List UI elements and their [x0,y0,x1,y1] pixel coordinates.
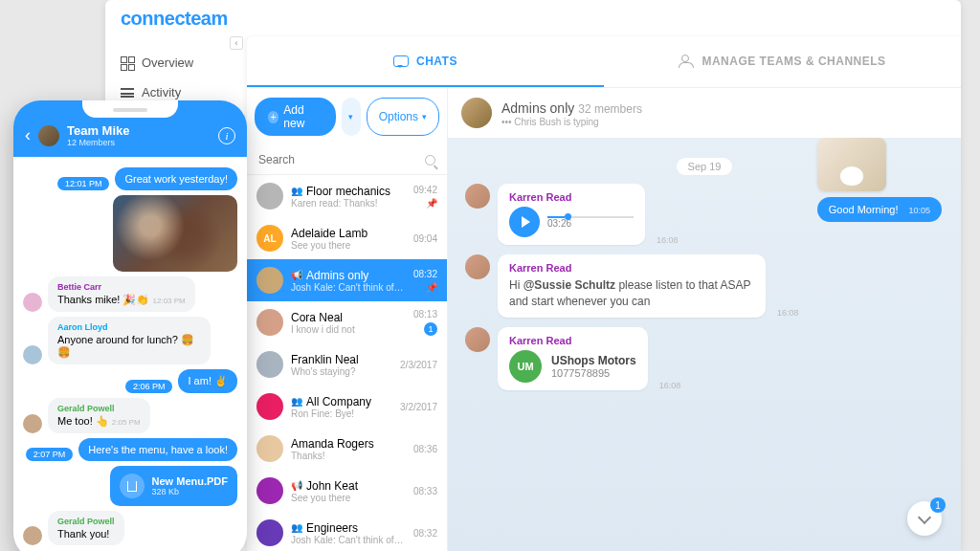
download-icon [120,474,145,498]
content: +Add new ▾ Options▾ 👥Floor mechanicsKare… [247,88,961,551]
message-row: Karren Read UM UShops Motors 1077578895 … [465,327,944,390]
add-new-button[interactable]: +Add new [255,98,336,136]
chat-item-preview: I know i did not [291,324,406,335]
play-button[interactable] [509,207,540,237]
text-message-bubble: Karren Read Hi @Sussie Schultz please li… [498,254,766,318]
chat-members: 32 members [578,102,642,116]
mobile-avatar [23,526,42,545]
image-thumbnail[interactable] [817,138,886,191]
message-time: 16:08 [777,308,799,318]
chat-list-item[interactable]: 👥Floor mechanicsKaren read: Thanks!09:42… [247,175,447,217]
mobile-message-row: 2:06 PM I am! ✌️ [23,369,237,393]
pin-icon: 📌 [426,282,437,293]
chat-item-time: 09:42 [413,185,437,195]
tab-manage-teams[interactable]: MANAGE TEAMS & CHANNELS [604,36,961,87]
chat-item-time: 08:13 [413,309,437,320]
contact-phone: 1077578895 [551,367,636,379]
mobile-text: Anyone around for lunch? 🍔🍔 [57,334,194,358]
mobile-time-badge: 2:06 PM [125,380,173,393]
options-label: Options [379,110,418,123]
chat-item-avatar [256,435,283,462]
add-new-label: Add new [283,103,323,130]
chat-list-item[interactable]: Franklin NealWho's staying?2/3/2017 [247,343,447,386]
chat-item-name: John Keat [306,479,358,493]
mobile-chat-members: 12 Members [67,138,130,147]
mobile-image-attachment[interactable] [113,195,237,272]
chat-toolbar: +Add new ▾ Options▾ [247,88,447,145]
phone-notch [82,100,178,118]
message-time: 16:08 [659,381,681,390]
list-icon [121,88,134,98]
chat-item-name: Cora Neal [291,311,343,324]
grid-icon [121,56,134,70]
mobile-sender: Bettie Carr [57,282,186,292]
mobile-chat-body[interactable]: 12:01 PM Great work yesterday! Bettie Ca… [13,157,247,551]
side-nav: Overview Activity [105,48,234,107]
chat-title: Admins only [501,100,574,116]
chat-avatar [461,98,492,128]
mention[interactable]: @Sussie Schultz [523,278,615,292]
mobile-avatar [23,414,42,433]
mobile-bubble: Great work yesterday! [115,167,237,190]
mobile-message-row: 2:07 PM Here's the menu, have a look! [23,438,237,461]
file-name: New Menu.PDF [152,475,228,487]
chat-list-item[interactable]: Cora NealI know i did not08:131 [247,301,447,343]
chat-item-preview: Ron Fine: Bye! [291,408,392,419]
collapse-sidebar-button[interactable]: ‹ [230,36,243,50]
info-icon[interactable]: i [218,127,235,144]
chat-list-item[interactable]: 👥EngineersJosh Kale: Can't think of any0… [247,512,447,551]
contact-card[interactable]: UM UShops Motors 1077578895 [509,350,636,383]
horn-icon: 📢 [291,270,302,280]
tab-chats[interactable]: CHATS [247,36,604,87]
mobile-message-row: Gerald Powell Me too! 👆 2:05 PM [23,398,237,433]
audio-track[interactable] [547,216,634,218]
add-new-dropdown[interactable]: ▾ [342,98,360,136]
mobile-text: Me too! 👆 [57,415,109,427]
back-arrow-icon[interactable]: ‹ [25,125,31,145]
audio-player: 03:26 [509,207,634,237]
mobile-message-row: Gerald Powell Thank you! [23,511,237,545]
file-size: 328 Kb [152,487,228,496]
chat-list-item[interactable]: 📢Admins onlyJosh Kale: Can't think of an… [247,259,447,301]
chat-list-item[interactable]: ALAdelaide LambSee you there09:04 [247,217,447,259]
chat-list-item[interactable]: Amanda RogersThanks!08:36 [247,428,447,470]
nav-overview[interactable]: Overview [105,48,234,77]
chat-items[interactable]: 👥Floor mechanicsKaren read: Thanks!09:42… [247,175,447,551]
chat-view: Admins only32 members ••• Chris Bush is … [448,88,961,551]
mobile-sender: Gerald Powell [57,404,141,413]
message-time: 16:08 [657,235,679,245]
sender-avatar [465,184,490,209]
tab-bar: CHATS MANAGE TEAMS & CHANNELS [247,36,961,88]
message-row: Karren Read Hi @Sussie Schultz please li… [465,254,944,318]
search-row [247,145,447,175]
options-button[interactable]: Options▾ [367,98,439,136]
search-input[interactable] [258,153,425,166]
chat-item-name: Franklin Neal [291,353,359,366]
sender-name: Karren Read [509,262,754,274]
mobile-chat-title: Team Mike [67,123,130,138]
mobile-message-row: 12:01 PM Great work yesterday! [23,167,237,190]
chat-item-preview: Josh Kale: Can't think of any [291,282,406,293]
chat-body[interactable]: Good Morning!10:05 Sep 19 Karren Read [448,138,961,551]
audio-duration: 03:26 [547,218,634,229]
mobile-message-row: Bettie Carr Thanks mike! 🎉👏 12:03 PM [23,276,237,312]
mobile-bubble: Gerald Powell Thank you! [48,511,124,545]
chat-item-avatar [256,519,283,546]
mobile-file-attachment[interactable]: New Menu.PDF 328 Kb [110,466,237,506]
chat-list-item[interactable]: 📢John KeatSee you there08:33 [247,470,447,512]
chat-item-time: 09:04 [413,233,437,244]
mobile-avatar [23,345,42,364]
chat-item-preview: Thanks! [291,451,406,461]
sender-name: Karren Read [509,191,634,203]
mobile-bubble: I am! ✌️ [178,369,237,393]
chat-item-avatar [256,309,283,336]
unread-badge: 1 [424,322,437,336]
chat-item-time: 3/2/2017 [400,402,437,412]
chat-item-avatar [256,183,283,209]
chat-item-preview: See you there [291,493,406,503]
scroll-down-button[interactable]: 1 [907,501,942,536]
chevron-down-icon: ▾ [422,112,427,121]
chat-list-item[interactable]: 👥All CompanyRon Fine: Bye!3/2/2017 [247,386,447,428]
mobile-text: Thanks mike! 🎉👏 [57,294,149,305]
typing-indicator: ••• Chris Bush is typing [501,117,642,127]
